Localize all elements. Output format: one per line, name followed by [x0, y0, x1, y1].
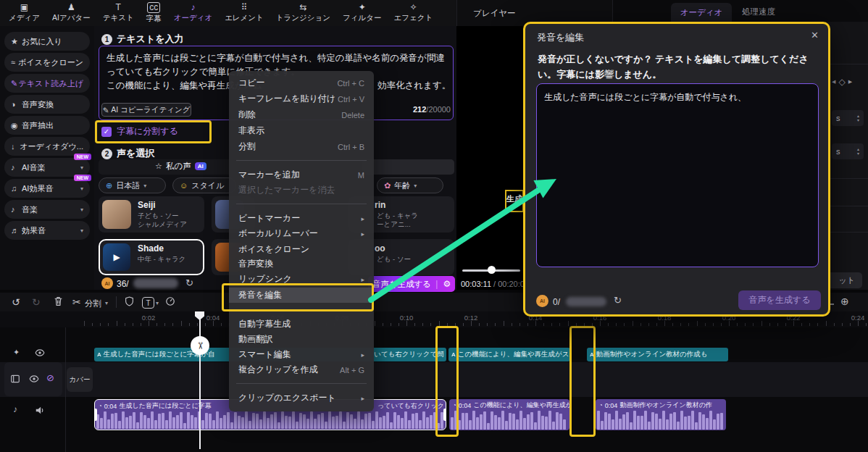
fx-disabled-icon[interactable]: ⊘	[46, 372, 54, 383]
tab-processing-speed[interactable]: 処理速度	[742, 7, 775, 17]
refresh-icon[interactable]: ↻	[185, 277, 193, 288]
menu-item-paste-keyframe[interactable]: キーフレームを貼り付けCtrl + V	[229, 91, 374, 106]
tab-media[interactable]: ▣メディア	[9, 3, 40, 23]
timeline-tracks: ✦ ⊘ ♪ カバー A 生成した音声には段ごとに字幕が自 いても右クリックで簡	[0, 327, 868, 452]
film-icon	[10, 374, 20, 387]
subtitle-clip-3[interactable]: A 動画制作やオンライン教材の作成も	[587, 348, 728, 361]
tts-icon: ✎	[11, 79, 18, 88]
menu-divider	[236, 309, 367, 310]
spinner-arrows-icon[interactable]: ▴▾	[857, 147, 859, 156]
video-track-visibility-icon[interactable]	[29, 374, 39, 387]
menu-item-voice-clone[interactable]: ボイスをクローン	[229, 242, 374, 257]
subtitle-track-effect-icon[interactable]: ✦	[13, 348, 20, 357]
sidebar-item-ai-sfx[interactable]: ♫AI効果音▾NEW	[4, 179, 90, 198]
ai-copywriting-button[interactable]: ✎ AI コピーライティング	[101, 103, 191, 117]
tab-filters[interactable]: ✦フィルター	[343, 3, 381, 23]
keyframe-next-icon[interactable]: ▶	[848, 79, 852, 85]
tab-transitions[interactable]: ⇆トランジション	[276, 3, 330, 23]
subtitle-track-visibility-icon[interactable]	[35, 348, 45, 361]
sidebar-item-music[interactable]: ♪音楽▾	[4, 200, 90, 219]
age-filter[interactable]: ✿ 年齢 ▾	[377, 177, 443, 193]
chevron-down-icon[interactable]: ▾	[105, 300, 108, 306]
scissors-icon[interactable]: ✂	[72, 297, 81, 307]
menu-item-export-clip[interactable]: クリップのエクスポート▸	[229, 390, 374, 406]
text-style-icon[interactable]: T	[142, 297, 154, 309]
playback-progress-knob[interactable]	[488, 266, 496, 274]
menu-item-auto-captions[interactable]: 自動字幕生成	[229, 317, 374, 332]
menu-item-copy[interactable]: コピーCtrl + C	[229, 75, 374, 91]
trim-handle-left[interactable]	[94, 409, 97, 421]
menu-item-hide[interactable]: 非表示	[229, 123, 374, 138]
video-track-header[interactable]: ⊘	[4, 362, 62, 396]
sidebar-item-text-to-speech[interactable]: ✎テキスト読み上げ	[4, 74, 90, 93]
tab-effects[interactable]: ✧エフェクト	[394, 3, 433, 23]
menu-item-video-translate[interactable]: 動画翻訳	[229, 332, 374, 347]
menu-item-edit-pronunciation[interactable]: 発音を編集	[229, 288, 374, 303]
menu-item-lip-sync[interactable]: リップシンク▸	[229, 272, 374, 287]
cover-button[interactable]: カバー	[67, 367, 93, 392]
mask-icon[interactable]	[125, 296, 134, 308]
split-button[interactable]: 分割	[85, 298, 101, 309]
close-icon[interactable]: ✕	[811, 30, 819, 41]
pronunciation-text-input[interactable]: 生成した音声には段ごとに字幕が自動で付与され、	[536, 83, 819, 267]
subtitle-clip-2[interactable]: A この機能により、編集や再生成がスムーズに	[448, 348, 570, 361]
menu-item-add-marker[interactable]: マーカーを追加M	[229, 167, 374, 183]
my-voice-tab[interactable]: ☆ 私の声 AI	[155, 161, 206, 172]
tab-audio[interactable]: ♪オーディオ	[174, 3, 212, 23]
generate-audio-button[interactable]: 音声を生成する │ ⚙	[368, 276, 455, 292]
split-caption-row[interactable]: ✓ 字幕に分割する	[101, 125, 178, 138]
dialog-generate-audio-button[interactable]: 音声を生成する	[738, 290, 821, 310]
char-counter: 212/20000	[362, 105, 451, 114]
sidebar-item-sfx[interactable]: ♬効果音▾	[4, 221, 90, 240]
voice-card-shade-selected[interactable]: ▶ Shade 中年 - キャラク	[99, 239, 204, 275]
tab-ai-avatar[interactable]: ♟AIアバター	[52, 3, 91, 23]
keyframe-prev-icon[interactable]: ◀	[832, 79, 835, 85]
audio-clip-3[interactable]: ◔ 0:04 動画制作やオンライン教材の作	[596, 399, 726, 430]
tab-captions[interactable]: cc字幕	[146, 2, 162, 24]
chevron-down-icon[interactable]: ▾	[156, 300, 159, 306]
undo-icon[interactable]: ↺	[12, 297, 20, 307]
chevron-down-icon: ▾	[80, 164, 83, 171]
keyframe-diamond-icon[interactable]: ◇	[838, 77, 845, 87]
speed-dial-icon[interactable]	[165, 296, 175, 308]
menu-item-beat-marker[interactable]: ビートマーカー▸	[229, 211, 374, 226]
duration-spinner-2[interactable]: s ▴▾	[832, 143, 864, 159]
menu-item-delete[interactable]: 削除Delete	[229, 107, 374, 122]
ai-badge: AI	[195, 162, 206, 170]
playhead-line[interactable]	[199, 311, 201, 449]
spinner-arrows-icon[interactable]: ▴▾	[857, 114, 859, 122]
tab-text[interactable]: Tテキスト	[103, 3, 134, 23]
keyframe-control[interactable]: ◀ ◇ ▶	[832, 77, 852, 87]
elements-icon: ⠿	[241, 3, 248, 12]
voice-card-seiji[interactable]: Seiji 子ども - ソー シャルメディア	[99, 196, 204, 233]
redo-icon[interactable]: ↻	[32, 297, 41, 307]
step2-number: 2	[101, 148, 112, 159]
menu-item-split[interactable]: 分割Ctrl + B	[229, 139, 374, 154]
audio-sidebar: ★お気に入り ≈ボイスをクローン ✎テキスト読み上げ ◑音声変換 ◉音声抽出 ↓…	[0, 26, 94, 290]
tab-audio-properties[interactable]: オーディオ	[671, 3, 732, 22]
trash-icon[interactable]	[54, 296, 63, 308]
refresh-icon[interactable]: ↻	[614, 295, 622, 306]
sidebar-item-voice-clone[interactable]: ≈ボイスをクローン	[4, 53, 90, 72]
audio-track-icon[interactable]: ♪	[13, 404, 17, 414]
duration-spinner-1[interactable]: s ▴▾	[832, 110, 864, 126]
zoom-in-icon[interactable]: ⊕	[840, 296, 849, 306]
sidebar-item-audio-extract[interactable]: ◉音声抽出	[4, 116, 90, 135]
sidebar-item-voice-change[interactable]: ◑音声変換	[4, 95, 90, 114]
split-caption-checkbox[interactable]: ✓	[101, 127, 112, 137]
audio-track-mute-icon[interactable]	[35, 405, 45, 418]
language-filter[interactable]: ⊕ 日本語 ▾	[99, 177, 166, 193]
menu-item-voice-change[interactable]: 音声変換	[229, 256, 374, 272]
voice-source-tab-2[interactable]	[362, 159, 454, 175]
menu-item-smart-edit[interactable]: スマート編集▸	[229, 347, 374, 362]
waveform	[451, 409, 568, 430]
audio-clip-2[interactable]: ◔ 0:04 この機能により、編集や再生成がスムー	[449, 399, 569, 430]
download-icon: ↓	[11, 142, 20, 151]
playhead-scissors-icon[interactable]: ✂	[191, 336, 209, 355]
sidebar-item-favorites[interactable]: ★お気に入り	[4, 32, 90, 51]
tab-elements[interactable]: ⠿エレメント	[225, 3, 264, 23]
trim-handle-right[interactable]	[443, 409, 446, 421]
menu-item-create-compound-clip[interactable]: 複合クリップを作成Alt + G	[229, 362, 374, 377]
style-filter[interactable]: ☺ スタイル	[172, 177, 236, 193]
menu-item-vocal-remover[interactable]: ボーカルリムーバー▸	[229, 226, 374, 241]
